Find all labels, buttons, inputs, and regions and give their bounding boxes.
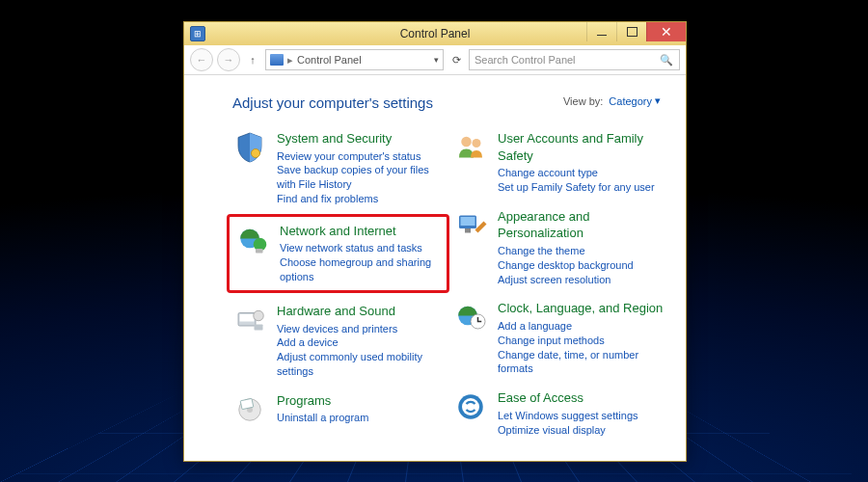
category-user-accounts: User Accounts and Family SafetyChange ac… [453,130,665,195]
category-link[interactable]: Set up Family Safety for any user [498,180,665,195]
category-title[interactable]: Ease of Access [498,389,638,407]
view-by-control[interactable]: View by: Category ▾ [563,94,661,107]
search-icon: 🔍 [660,54,673,67]
address-bar[interactable]: ▸ Control Panel ▾ [265,49,444,70]
content-area: Adjust your computer's settings View by:… [184,75,686,461]
category-link[interactable]: View network status and tasks [280,241,441,255]
category-link[interactable]: Add a language [498,319,665,334]
svg-point-12 [473,139,481,147]
category-ease-of-access: Ease of AccessLet Windows suggest settin… [453,389,665,437]
category-title[interactable]: Network and Internet [280,223,441,240]
view-by-label: View by: [563,95,603,107]
back-button[interactable]: ← [190,48,213,71]
category-link[interactable]: Change the theme [498,244,665,258]
search-input[interactable]: Search Control Panel 🔍 [469,49,680,70]
svg-rect-14 [461,217,475,226]
control-panel-icon [270,54,284,66]
svg-rect-10 [240,398,254,409]
programs-icon[interactable] [232,392,267,427]
maximize-button[interactable] [616,22,646,41]
network-internet-icon[interactable] [235,223,270,257]
forward-button[interactable]: → [217,48,240,71]
category-network-and-internet: Network and InternetView network status … [227,214,449,293]
svg-rect-7 [255,325,263,331]
category-link[interactable]: Change input methods [498,334,665,348]
system-security-icon[interactable] [232,130,267,165]
hardware-sound-icon[interactable] [232,303,267,337]
titlebar[interactable]: ⊞ Control Panel ✕ [184,22,686,45]
category-hardware-and-sound: Hardware and SoundView devices and print… [232,303,444,379]
ease-access-icon[interactable] [453,389,488,424]
category-link[interactable]: Optimize visual display [498,423,638,438]
clock-region-icon[interactable] [453,300,488,335]
breadcrumb-sep-icon: ▸ [287,54,293,67]
svg-rect-3 [256,249,263,254]
breadcrumb-label[interactable]: Control Panel [297,54,362,66]
category-link[interactable]: Change desktop background [498,258,665,273]
chevron-down-icon: ▾ [655,94,661,107]
svg-point-0 [252,149,260,158]
view-by-value[interactable]: Category ▾ [609,94,661,107]
category-title[interactable]: Hardware and Sound [277,303,444,320]
category-link[interactable]: Let Windows suggest settings [498,409,638,423]
svg-point-6 [254,310,264,321]
category-link[interactable]: Add a device [277,335,444,350]
category-appearance-personalization: Appearance and PersonalizationChange the… [453,208,665,287]
user-accounts-icon[interactable] [453,130,488,165]
up-button[interactable]: ↑ [244,54,261,66]
category-link[interactable]: Adjust screen resolution [498,273,665,287]
toolbar: ← → ↑ ▸ Control Panel ▾ ⟳ Search Control… [184,45,686,75]
category-title[interactable]: Clock, Language, and Region [498,300,665,317]
refresh-button[interactable]: ⟳ [448,54,465,67]
appearance-icon[interactable] [453,208,488,243]
control-panel-window: ⊞ Control Panel ✕ ← → ↑ ▸ Control Panel … [183,21,687,462]
svg-point-19 [462,398,479,415]
category-link[interactable]: Review your computer's status [277,149,444,164]
category-system-and-security: System and SecurityReview your computer'… [232,130,444,206]
svg-rect-15 [465,228,471,233]
category-link[interactable]: Adjust commonly used mobility settings [277,350,444,379]
category-title[interactable]: System and Security [277,130,444,147]
category-title[interactable]: Appearance and Personalization [498,208,665,242]
system-icon[interactable]: ⊞ [190,26,205,41]
category-link[interactable]: Change date, time, or number formats [498,348,665,377]
category-link[interactable]: View devices and printers [277,322,444,336]
minimize-button[interactable] [586,22,616,41]
svg-rect-5 [240,314,255,322]
category-title[interactable]: User Accounts and Family Safety [498,130,665,164]
address-dropdown-icon[interactable]: ▾ [434,55,439,65]
category-programs: ProgramsUninstall a program [232,392,444,427]
category-link[interactable]: Uninstall a program [277,411,368,425]
category-link[interactable]: Save backup copies of your files with Fi… [277,163,444,192]
category-clock-language-region: Clock, Language, and RegionAdd a languag… [453,300,665,376]
close-button[interactable]: ✕ [646,22,686,41]
svg-point-11 [461,137,472,147]
search-placeholder: Search Control Panel [475,54,576,66]
category-title[interactable]: Programs [277,392,368,410]
category-link[interactable]: Choose homegroup and sharing options [280,255,441,284]
category-link[interactable]: Change account type [498,166,665,180]
category-link[interactable]: Find and fix problems [277,192,444,206]
